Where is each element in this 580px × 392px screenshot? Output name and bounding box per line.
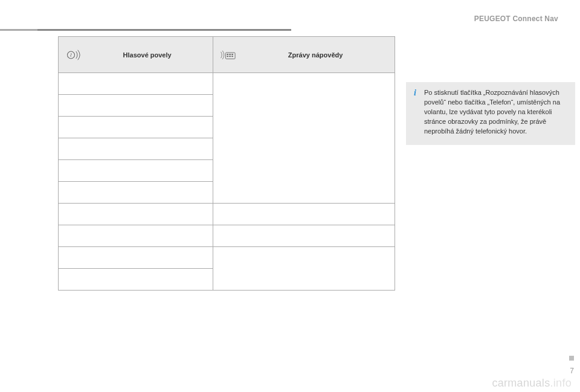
info-icon: i [411,87,419,95]
watermark-a: carmanuals [492,377,550,389]
page-marks: 7 [569,356,574,375]
svg-rect-4 [231,54,233,55]
page-number: 7 [570,367,574,375]
voice-help-table: Hlasové povely [58,36,395,291]
header-rule-left [0,29,37,31]
th-help: Zprávy nápovědy [213,37,395,73]
keypad-voice-icon [219,47,237,63]
page-content: Hlasové povely [58,36,558,291]
info-note: i Po stisknutí tlačítka „Rozpoznávání hl… [406,82,575,145]
info-text: Po stisknutí tlačítka „Rozpoznávání hlas… [424,89,560,135]
svg-rect-5 [227,56,229,57]
table-row [59,225,395,247]
brand-title: PEUGEOT Connect Nav [474,14,558,23]
table-row [59,204,395,225]
table-row [59,73,395,95]
voice-icon [65,47,83,63]
table-row [59,247,395,269]
watermark: carmanuals.info [492,377,572,390]
watermark-b: .info [550,377,572,389]
svg-rect-2 [227,54,229,55]
th-help-label: Zprávy nápovědy [242,51,388,59]
svg-rect-7 [231,56,233,57]
table-header-row: Hlasové povely [59,37,395,73]
header-rule-center [37,29,291,31]
svg-rect-6 [230,56,231,57]
page-square-icon [569,356,574,361]
svg-rect-3 [230,54,231,55]
th-voice-label: Hlasové povely [88,51,207,59]
th-voice: Hlasové povely [59,37,213,73]
